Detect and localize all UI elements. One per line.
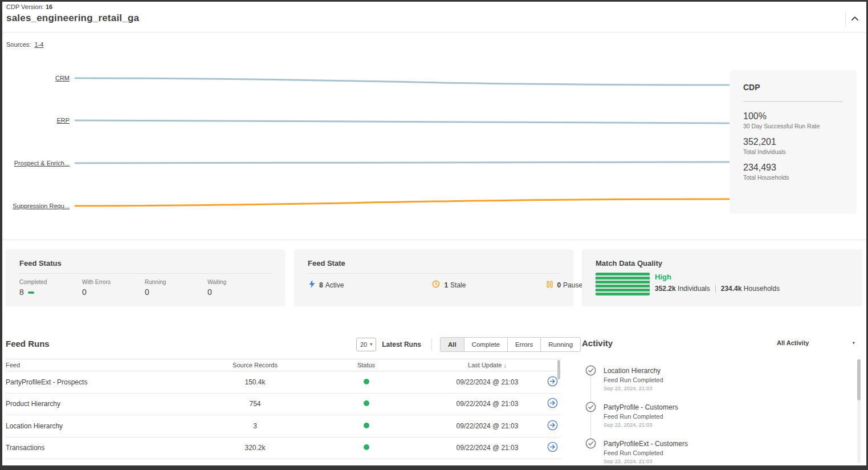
last-update: 09/22/2024 @ 21:03 [427, 400, 547, 408]
status-dot-green [364, 400, 369, 406]
total-households-value: 234,493 [743, 163, 843, 173]
match-quality-content: High 352.2k Individuals 234.4k Household… [596, 273, 849, 295]
feed-status-card: Feed Status Completed 8 With Errors 0 Ru… [6, 249, 285, 306]
chevron-up-icon [850, 14, 859, 25]
status-dot-green [364, 444, 369, 450]
activity-item[interactable]: PartyProfile - Customers Feed Run Comple… [582, 402, 850, 438]
flow-line-prospect [75, 162, 735, 163]
column-header-records: Source Records [205, 362, 305, 368]
tab-complete[interactable]: Complete [464, 337, 508, 352]
table-row[interactable]: PartyProfileExt - Prospects 150.4k 09/22… [6, 371, 561, 394]
page-size-select[interactable]: 20 ▾ [356, 338, 376, 351]
open-feed-button[interactable] [547, 441, 558, 454]
open-feed-button[interactable] [547, 398, 558, 410]
tab-all[interactable]: All [440, 337, 464, 352]
completed-stat: Completed 8 [19, 279, 82, 297]
waiting-label: Waiting [207, 279, 270, 285]
waiting-stat: Waiting 0 [207, 279, 270, 297]
activity-filter-select[interactable]: All Activity ▾ [777, 339, 855, 346]
column-header-feed: Feed [6, 362, 205, 368]
active-value: 8 [319, 281, 323, 289]
last-update: 09/22/2024 @ 21:03 [427, 378, 547, 386]
stale-value: 1 [444, 281, 448, 289]
last-update-label: Last Update [468, 362, 502, 368]
sources-label: Sources: [6, 41, 31, 48]
activity-time: Sep 22, 2024, 21:03 [604, 422, 678, 428]
individuals-value: 352.2k [655, 285, 676, 293]
total-households-stat: 234,493 Total Households [743, 163, 843, 181]
activity-time: Sep 22, 2024, 21:03 [604, 458, 688, 464]
total-individuals-stat: 352,201 Total Individuals [743, 137, 843, 155]
activity-list: Location Hierarchy Feed Run Completed Se… [582, 365, 850, 470]
cdp-version-value: 16 [46, 3, 52, 10]
header-divider [845, 12, 846, 27]
table-header-row: Feed Source Records Status Last Update↓ [6, 359, 561, 371]
flow-line-erp [75, 120, 735, 123]
tab-errors[interactable]: Errors [507, 337, 541, 352]
sources-range-link[interactable]: 1-4 [34, 41, 43, 48]
activity-title: Activity [582, 338, 613, 348]
source-link-erp[interactable]: ERP [0, 117, 70, 124]
check-circle-icon [585, 365, 596, 402]
tab-running[interactable]: Running [540, 337, 581, 352]
status-dot-green [364, 423, 369, 428]
cdp-card-divider [743, 101, 843, 102]
feed-status-stats: Completed 8 With Errors 0 Running 0 Wait… [19, 279, 271, 297]
cdp-card-title: CDP [743, 83, 843, 92]
run-rate-value: 100% [743, 111, 843, 121]
table-row[interactable]: Location Hierarchy 3 09/22/2024 @ 21:03 [6, 415, 561, 437]
activity-event: Feed Run Completed [604, 449, 688, 456]
page-title: sales_engineering_retail_ga [6, 13, 139, 24]
stale-label: Stale [450, 281, 466, 289]
open-feed-button[interactable] [547, 376, 558, 388]
running-value: 0 [145, 287, 207, 297]
stale-stat: 1 Stale [432, 280, 466, 290]
column-header-last-update[interactable]: Last Update↓ [427, 362, 547, 368]
match-quality-gauge [596, 273, 650, 295]
match-quality-title: Match Data Quality [596, 259, 849, 268]
record-count: 754 [205, 400, 305, 408]
completed-value: 8 [19, 287, 24, 297]
match-rating: High [655, 273, 780, 281]
individuals-label: Individuals [678, 285, 710, 293]
green-dash-icon [28, 291, 34, 294]
table-row[interactable]: Transactions 320.2k 09/22/2024 @ 21:03 [6, 437, 561, 460]
source-link-prospect[interactable]: Prospect & Enrich... [0, 160, 70, 167]
chevron-down-icon: ▾ [852, 340, 855, 346]
run-rate-label: 30 Day Successful Run Rate [743, 123, 843, 129]
feed-state-divider [308, 273, 560, 274]
source-link-suppression[interactable]: Suppression Requ... [0, 202, 70, 209]
match-data-quality-card: Match Data Quality High 352.2k Individua… [582, 249, 862, 306]
completed-label: Completed [19, 279, 82, 285]
arrow-right-circle-icon [547, 398, 558, 410]
activity-scrollbar-thumb[interactable] [857, 359, 861, 400]
table-scrollbar[interactable] [557, 360, 560, 379]
caret-down-icon: ▾ [370, 342, 372, 347]
source-link-crm[interactable]: CRM [0, 75, 70, 82]
arrow-right-circle-icon [547, 441, 558, 454]
lightning-icon [309, 280, 315, 290]
counts-divider [715, 285, 716, 293]
with-errors-value: 0 [82, 287, 145, 297]
activity-item[interactable]: Location Hierarchy Feed Run Completed Se… [582, 365, 850, 402]
feed-runs-table: Feed Source Records Status Last Update↓ … [6, 359, 561, 459]
feed-name: Location Hierarchy [6, 422, 205, 430]
window-border-left [0, 0, 2, 470]
latest-runs-label: Latest Runs [382, 341, 421, 349]
open-feed-button[interactable] [547, 420, 558, 432]
match-quality-text: High 352.2k Individuals 234.4k Household… [655, 273, 780, 293]
page-size-value: 20 [360, 341, 367, 348]
status-dot-green [364, 379, 369, 384]
active-stat: 8 Active [309, 280, 344, 290]
flow-line-crm [75, 78, 735, 85]
clock-icon [432, 280, 440, 290]
arrow-right-circle-icon [547, 376, 558, 388]
collapse-panel-button[interactable] [847, 13, 862, 26]
activity-event: Feed Run Completed [604, 376, 663, 383]
record-count: 320.2k [205, 444, 305, 452]
total-individuals-label: Total Individuals [743, 148, 843, 155]
paused-value: 0 [557, 281, 561, 289]
table-row[interactable]: Product Hierarchy 754 09/22/2024 @ 21:03 [6, 394, 561, 416]
record-count: 3 [205, 422, 305, 430]
total-households-label: Total Households [743, 174, 843, 181]
